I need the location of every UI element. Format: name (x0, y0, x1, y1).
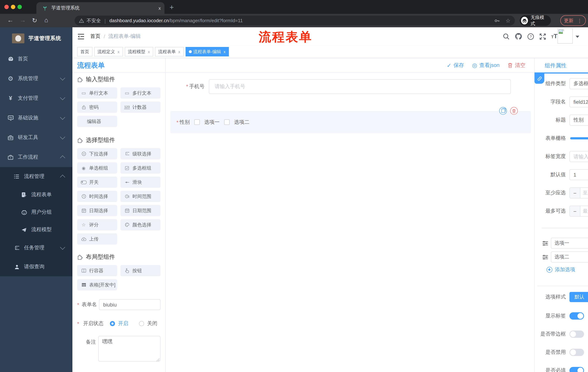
form-grid-slider[interactable] (570, 133, 588, 144)
sidebar-item-process-form[interactable]: 流程表单 (0, 186, 73, 203)
sidebar-logo-row[interactable]: 芋道管理系统 (0, 27, 73, 49)
slider-rail[interactable] (570, 137, 588, 139)
chip-radio-group[interactable]: ◉单选框组 (77, 162, 117, 174)
stepper-minus-button[interactable]: − (570, 206, 580, 216)
gender-option-2[interactable]: 选项二 (224, 119, 249, 125)
sidebar-item-home[interactable]: 首页 (0, 49, 73, 69)
back-icon[interactable]: ← (7, 17, 13, 24)
resize-grip-icon[interactable] (156, 358, 159, 361)
sidebar-item-devtools[interactable]: 研发工具 (0, 128, 73, 148)
drag-handle-icon[interactable] (542, 254, 548, 260)
chip-editor[interactable]: 编辑器 (77, 116, 117, 127)
clear-button[interactable]: 清空 (508, 62, 525, 69)
sidebar-item-workflow[interactable]: 工作流程 (0, 148, 73, 167)
mac-zoom-button[interactable] (18, 5, 22, 9)
chip-time-range[interactable]: 时间范围 (120, 191, 160, 202)
selected-gender-component[interactable]: * 性别 选项一 选项二 (170, 111, 531, 133)
chip-button[interactable]: 按钮 (120, 265, 160, 276)
status-off-label[interactable]: 关闭 (147, 320, 157, 327)
drag-handle-icon[interactable] (542, 240, 548, 246)
address-bar[interactable]: 不安全 | dashboard.yudao.iocoder.cn/bpm/man… (74, 16, 515, 25)
chip-switch[interactable]: 开关 (77, 177, 117, 188)
github-icon[interactable] (515, 33, 522, 40)
sidebar-item-leave-query[interactable]: 请假查询 (0, 257, 73, 276)
home-icon[interactable]: ⌂ (44, 17, 48, 24)
tag-process-form-edit[interactable]: 流程表单-编辑x (185, 47, 229, 56)
field-name-input[interactable] (569, 96, 588, 107)
show-label-switch[interactable] (569, 312, 584, 319)
avatar[interactable] (557, 28, 573, 44)
option-label-input[interactable] (551, 252, 588, 262)
checkbox[interactable] (224, 119, 230, 125)
checkbox[interactable] (194, 119, 200, 125)
tag-home[interactable]: 首页 (77, 47, 92, 56)
fullscreen-icon[interactable] (539, 33, 546, 40)
update-label[interactable]: 更新 (564, 17, 573, 24)
font-size-icon[interactable]: TT (551, 33, 557, 40)
default-value-input[interactable] (569, 169, 588, 180)
collapse-link-tab[interactable] (535, 73, 544, 84)
chip-single-line-text[interactable]: ▭单行文本 (77, 87, 117, 99)
title-input[interactable] (569, 115, 588, 126)
tag-process-form[interactable]: 流程表单x (155, 47, 184, 56)
tag-process-model[interactable]: 流程模型x (125, 47, 153, 56)
chip-cascader[interactable]: 级联选择 (120, 148, 160, 159)
sidebar-item-payment[interactable]: ¥ 支付管理 (0, 88, 73, 108)
chip-table-dev[interactable]: 表格[开发中] (77, 279, 117, 290)
tag-close-icon[interactable]: x (224, 50, 226, 54)
add-option-button[interactable]: 添加选项 (546, 266, 588, 273)
chip-password[interactable]: 密码 (77, 102, 117, 113)
chip-date-range[interactable]: 日期范围 (120, 205, 160, 216)
sidebar-item-process-mgmt[interactable]: 流程管理 (0, 167, 73, 186)
chip-time-picker[interactable]: 时间选择 (77, 191, 117, 202)
update-button[interactable]: 更新 ⋮ (560, 15, 586, 26)
status-on-label[interactable]: 开启 (118, 320, 128, 327)
tab-component-props[interactable]: 组件属性 (545, 58, 567, 73)
browser-menu-dots-icon[interactable]: ⋮ (577, 18, 582, 23)
sidebar-item-user-group[interactable]: 用户分组 (0, 203, 73, 221)
save-button[interactable]: ✓ 保存 (447, 62, 464, 69)
tag-close-icon[interactable]: x (148, 50, 150, 54)
status-radio-on[interactable] (110, 321, 115, 326)
tag-close-icon[interactable]: x (178, 50, 180, 54)
sidebar-item-task-mgmt[interactable]: 任务管理 (0, 238, 73, 257)
phone-input[interactable]: 请输入手机号 (209, 79, 511, 94)
disabled-switch[interactable] (569, 349, 584, 356)
stepper-value[interactable]: 最多可选 (580, 206, 588, 216)
with-border-switch[interactable] (569, 330, 584, 338)
segment-default-button[interactable]: 默认 (569, 292, 588, 302)
status-radio-off[interactable] (139, 321, 144, 326)
sidebar-item-infra[interactable]: 基础设施 (0, 108, 73, 128)
stepper-value[interactable]: 至少应选 (580, 188, 588, 198)
bookmark-star-icon[interactable]: ☆ (505, 17, 511, 24)
tag-process-definition[interactable]: 流程定义x (94, 47, 123, 56)
mac-close-button[interactable] (4, 5, 9, 9)
chip-counter[interactable]: 123计数器 (120, 102, 160, 113)
sidebar-item-system[interactable]: ⚙ 系统管理 (0, 69, 73, 88)
chip-color-picker[interactable]: 颜色选择 (120, 219, 160, 230)
chip-row-container[interactable]: 行容器 (77, 265, 117, 276)
reload-icon[interactable]: ↻ (32, 17, 37, 24)
sidebar-item-process-model[interactable]: 流程模型 (0, 221, 73, 238)
required-switch[interactable] (569, 367, 584, 372)
sidebar-fold-icon[interactable] (77, 33, 84, 40)
form-name-input[interactable] (99, 299, 160, 310)
tab-close-icon[interactable]: x (158, 5, 161, 11)
chip-checkbox-group[interactable]: 多选框组 (120, 162, 160, 174)
new-tab-button[interactable]: + (169, 4, 174, 11)
avatar-caret-icon[interactable] (576, 36, 579, 38)
search-icon[interactable] (503, 33, 510, 40)
stepper-minus-button[interactable]: − (570, 188, 580, 198)
help-icon[interactable]: ? (527, 33, 534, 40)
security-label[interactable]: 不安全 (87, 17, 101, 24)
chip-upload[interactable]: 上传 (77, 233, 117, 244)
delete-component-button[interactable] (510, 107, 518, 115)
view-json-button[interactable]: ◎ 查看json (472, 62, 500, 69)
chip-rate[interactable]: ☆评分 (77, 219, 117, 230)
breadcrumb-home[interactable]: 首页 (90, 33, 100, 40)
form-remark-textarea[interactable]: 嘿嘿 (98, 336, 160, 361)
gender-option-1[interactable]: 选项一 (194, 119, 220, 125)
chip-select[interactable]: 下拉选择 (77, 148, 117, 159)
tag-close-icon[interactable]: x (117, 50, 119, 54)
browser-tab[interactable]: 芋道管理系统 x (36, 2, 165, 14)
